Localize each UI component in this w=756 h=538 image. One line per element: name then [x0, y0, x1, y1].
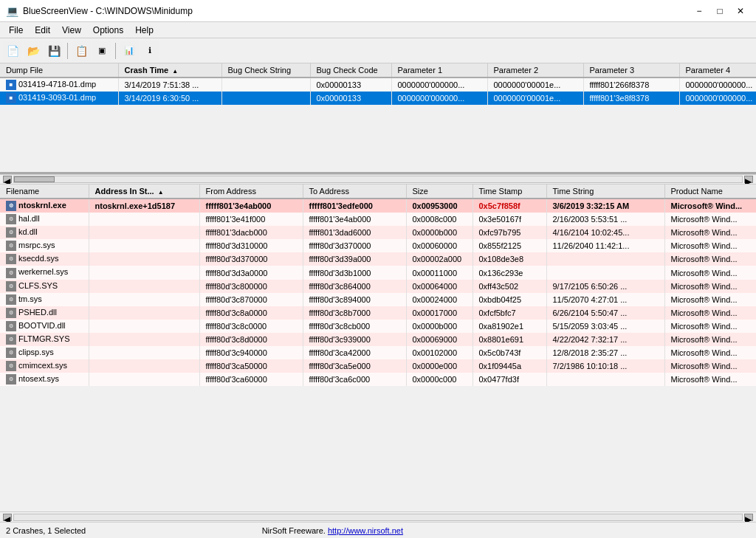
upper-pane: Dump File Crash Time ▲ Bug Check String … [0, 63, 756, 174]
cell-from-address: fffff80d'3d3a0000 [199, 266, 303, 279]
scroll-left-btn[interactable]: ◀ [3, 176, 12, 183]
cell-filename: ⚙msrpc.sys [0, 239, 89, 252]
col-crash-time[interactable]: Crash Time ▲ [118, 63, 221, 77]
menu-options[interactable]: Options [87, 24, 129, 37]
menu-view[interactable]: View [56, 24, 87, 37]
table-row[interactable]: ⚙tm.sys fffff80d'3c870000 fffff80d'3c894… [0, 293, 756, 306]
cell-to-address: fffff80d'3c939000 [303, 333, 406, 346]
cell-time-string: 11/26/2040 11:42:1... [546, 239, 664, 252]
maximize-button[interactable]: □ [710, 3, 729, 19]
cell-time-string [546, 266, 664, 279]
cell-to-address: fffff801'3edfe000 [303, 199, 406, 213]
col-dump-file[interactable]: Dump File [0, 63, 118, 77]
cell-to-address: fffff801'3e4ab000 [303, 213, 406, 226]
toolbar-new-button[interactable]: 📄 [3, 41, 22, 61]
cell-size: 0x00064000 [406, 280, 472, 293]
cell-product-name: Microsoft® Wind... [664, 252, 756, 266]
lower-scroll-right-btn[interactable]: ▶ [744, 514, 753, 521]
table-row[interactable]: ⚙PSHED.dll fffff80d'3c8a0000 fffff80d'3c… [0, 306, 756, 320]
table-row[interactable]: ⚙FLTMGR.SYS fffff80d'3c8d0000 fffff80d'3… [0, 333, 756, 346]
scroll-right-btn[interactable]: ▶ [744, 176, 753, 183]
cell-from-address: fffff80d'3d310000 [199, 239, 303, 252]
toolbar-open-button[interactable]: 📂 [24, 41, 43, 61]
col-time-stamp[interactable]: Time Stamp [472, 184, 546, 199]
cell-size: 0x0008c000 [406, 213, 472, 226]
toolbar-report-button[interactable]: 📊 [120, 41, 139, 61]
table-row[interactable]: ⚙ksecdd.sys fffff80d'3d370000 fffff80d'3… [0, 252, 756, 266]
close-button[interactable]: ✕ [731, 3, 750, 19]
col-bug-check-string[interactable]: Bug Check String [221, 63, 310, 77]
main-container: Dump File Crash Time ▲ Bug Check String … [0, 63, 756, 522]
cell-size: 0x00060000 [406, 239, 472, 252]
col-size[interactable]: Size [406, 184, 472, 199]
cell-dump-file: ■031419-4718-01.dmp [0, 77, 118, 92]
cell-time-string: 9/17/2105 6:50:26 ... [546, 280, 664, 293]
minimize-button[interactable]: − [690, 3, 709, 19]
toolbar-select-all-button[interactable]: ▣ [92, 41, 111, 61]
col-param4[interactable]: Parameter 4 [679, 63, 756, 77]
title-bar-controls: − □ ✕ [690, 3, 750, 19]
col-param1[interactable]: Parameter 1 [391, 63, 487, 77]
status-crash-count: 2 Crashes, 1 Selected [0, 526, 256, 535]
col-param3[interactable]: Parameter 3 [583, 63, 679, 77]
cell-address-in-st [89, 293, 199, 306]
cell-to-address: fffff80d'3d3b1000 [303, 266, 406, 279]
table-row[interactable]: ⚙clipsp.sys fffff80d'3c940000 fffff80d'3… [0, 346, 756, 359]
cell-from-address: fffff801'3dacb000 [199, 226, 303, 239]
cell-address-in-st [89, 346, 199, 359]
lower-scrollbar-track[interactable] [13, 514, 743, 521]
menu-help[interactable]: Help [129, 24, 159, 37]
status-nirsoft-link[interactable]: http://www.nirsoft.net [328, 526, 403, 535]
cell-to-address: fffff80d'3c8cb000 [303, 320, 406, 333]
table-row[interactable]: ⚙BOOTVID.dll fffff80d'3c8c0000 fffff80d'… [0, 320, 756, 333]
col-param2[interactable]: Parameter 2 [487, 63, 583, 77]
col-to-address[interactable]: To Address [303, 184, 406, 199]
lower-table-container[interactable]: Filename Address In St... ▲ From Address… [0, 184, 756, 511]
table-row[interactable]: ⚙werkernel.sys fffff80d'3d3a0000 fffff80… [0, 266, 756, 279]
cell-time-string: 4/16/2104 10:02:45... [546, 226, 664, 239]
col-from-address[interactable]: From Address [199, 184, 303, 199]
cell-filename: ⚙BOOTVID.dll [0, 320, 89, 333]
menu-edit[interactable]: Edit [29, 24, 56, 37]
cell-product-name: Microsoft® Wind... [664, 213, 756, 226]
menu-file[interactable]: File [3, 24, 29, 37]
table-row[interactable]: ■031419-4718-01.dmp 3/14/2019 7:51:38 ..… [0, 77, 756, 92]
col-bug-check-code[interactable]: Bug Check Code [310, 63, 391, 77]
table-row[interactable]: ⚙cmimcext.sys fffff80d'3ca50000 fffff80d… [0, 359, 756, 373]
table-row[interactable]: ⚙ntosext.sys fffff80d'3ca60000 fffff80d'… [0, 373, 756, 386]
cell-address-in-st [89, 213, 199, 226]
upper-scrollbar[interactable]: ◀ ▶ [0, 174, 756, 184]
table-row[interactable]: ⚙hal.dll fffff801'3e41f000 fffff801'3e4a… [0, 213, 756, 226]
table-row[interactable]: ⚙msrpc.sys fffff80d'3d310000 fffff80d'3d… [0, 239, 756, 252]
cell-to-address: fffff801'3dad6000 [303, 226, 406, 239]
cell-address-in-st [89, 252, 199, 266]
table-row[interactable]: ⚙CLFS.SYS fffff80d'3c800000 fffff80d'3c8… [0, 280, 756, 293]
table-row[interactable]: ⚙ntoskrnl.exe ntoskrnl.exe+1d5187 fffff8… [0, 199, 756, 213]
cell-param3: fffff801'3e8f8378 [583, 92, 679, 105]
cell-address-in-st: ntoskrnl.exe+1d5187 [89, 199, 199, 213]
cell-param1: 0000000'000000... [391, 92, 487, 105]
col-address-in-st[interactable]: Address In St... ▲ [89, 184, 199, 199]
col-time-string[interactable]: Time String [546, 184, 664, 199]
cell-filename: ⚙kd.dll [0, 226, 89, 239]
lower-scrollbar[interactable]: ◀ ▶ [0, 511, 756, 522]
table-row[interactable]: ⚙kd.dll fffff801'3dacb000 fffff801'3dad6… [0, 226, 756, 239]
lower-scroll-left-btn[interactable]: ◀ [3, 514, 12, 521]
toolbar-separator-1 [67, 43, 68, 59]
cell-product-name: Microsoft® Wind... [664, 239, 756, 252]
cell-from-address: fffff80d'3ca60000 [199, 373, 303, 386]
upper-table-container[interactable]: Dump File Crash Time ▲ Bug Check String … [0, 63, 756, 172]
cell-crash-time: 3/14/2019 6:30:50 ... [118, 92, 221, 105]
cell-to-address: fffff80d'3ca6c000 [303, 373, 406, 386]
toolbar-info-button[interactable]: ℹ [140, 41, 159, 61]
cell-time-stamp: 0x1f09445a [472, 359, 546, 373]
scrollbar-track[interactable] [13, 176, 743, 183]
cell-address-in-st [89, 373, 199, 386]
col-product-name[interactable]: Product Name [664, 184, 756, 199]
scrollbar-thumb[interactable] [14, 176, 55, 182]
toolbar-save-button[interactable]: 💾 [44, 41, 63, 61]
col-filename[interactable]: Filename [0, 184, 89, 199]
toolbar-copy-button[interactable]: 📋 [72, 41, 91, 61]
cell-time-stamp: 0xff43c502 [472, 280, 546, 293]
table-row[interactable]: ■031419-3093-01.dmp 3/14/2019 6:30:50 ..… [0, 92, 756, 105]
